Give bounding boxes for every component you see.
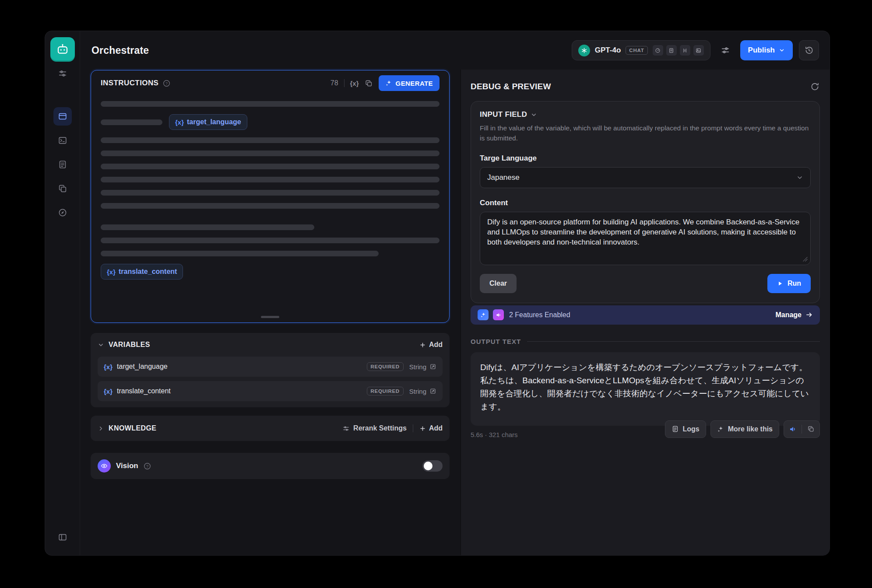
spacer [101,216,440,217]
prompt-editor[interactable]: {x} target_language [91,96,449,322]
content-textarea[interactable]: Dify is an open-source platform for buil… [480,212,811,265]
sidebar-item-annotations[interactable] [53,179,72,198]
speaker-icon [789,425,797,433]
divider [413,424,413,432]
features-bar[interactable]: 2 Features Enabled Manage [471,305,820,325]
document-list-icon [58,160,67,169]
variable-row-translate-content[interactable]: {x} translate_content REQUIRED String [98,381,443,401]
run-label: Run [788,280,801,287]
rerank-settings-button[interactable]: Rerank Settings [342,424,407,432]
variable-chip-label: translate_content [119,268,177,276]
instructions-panel[interactable]: INSTRUCTIONS ? 78 {x} [91,70,450,323]
history-button[interactable] [799,40,819,60]
add-label: Add [429,341,443,349]
variable-type: String [409,388,426,395]
add-label: Add [429,424,443,432]
variable-glyph: {x} [175,119,184,126]
variables-panel: VARIABLES Add {x} target_langu [91,333,450,407]
orchestrate-pane: INSTRUCTIONS ? 78 {x} [80,70,461,555]
resize-corner-icon[interactable] [803,257,808,262]
add-knowledge-button[interactable]: Add [419,424,443,432]
app-window: Orchestrate GPT-4o CHAT [45,31,830,556]
robot-icon [56,42,70,56]
skeleton-line [101,238,440,243]
vision-label: Vision [116,462,138,470]
instructions-title: INSTRUCTIONS [101,79,158,88]
model-feature-icons [653,45,704,56]
skeleton-line [101,164,440,169]
variable-row-target-language[interactable]: {x} target_language REQUIRED String [98,357,443,377]
sidebar-item-monitoring[interactable] [53,203,72,222]
more-like-this-button[interactable]: More like this [710,420,779,438]
variable-chip-label: target_language [187,118,241,126]
divider [344,79,345,87]
skeleton-line [101,190,440,196]
generate-button[interactable]: GENERATE [379,75,440,91]
chevron-down-icon [796,174,803,181]
manage-features-button[interactable]: Manage [775,311,813,319]
sidebar-item-settings[interactable] [53,64,72,83]
model-selector[interactable]: GPT-4o CHAT [572,40,710,60]
generate-label: GENERATE [396,80,433,87]
help-icon[interactable]: ? [163,80,170,87]
logs-button[interactable]: Logs [665,420,706,438]
variables-title: VARIABLES [109,341,150,349]
output-text-title: OUTPUT TEXT [471,338,521,345]
copy-output-button[interactable] [802,421,819,438]
target-language-value: Japanese [487,173,520,182]
svg-text:?: ? [146,464,148,468]
add-variable-button[interactable]: Add [419,341,443,349]
char-count: 78 [331,79,338,87]
sidebar-item-terminal[interactable] [53,131,72,150]
content-label: Content [480,199,811,207]
sidebar-item-orchestrate[interactable] [53,107,72,126]
edit-type-icon[interactable] [429,388,436,395]
variable-glyph: {x} [107,268,116,276]
skeleton-line [101,224,314,230]
debug-preview-pane: DEBUG & PREVIEW INPUT FIELD [461,70,830,555]
skeleton-line [101,119,162,125]
sidebar-item-logs[interactable] [53,155,72,174]
plus-icon [419,425,426,432]
insert-variable-button[interactable]: {x} [350,80,359,87]
model-parameters-button[interactable] [717,42,734,59]
debug-preview-title: DEBUG & PREVIEW [471,82,551,91]
play-icon [777,280,783,287]
variable-type: String [409,363,426,371]
chevron-down-icon[interactable] [98,342,104,348]
restart-debug-button[interactable] [810,82,820,91]
skeleton-line [101,177,440,182]
play-audio-button[interactable] [784,421,802,438]
target-language-select[interactable]: Japanese [480,167,811,188]
collapse-sidebar-button[interactable] [53,528,72,546]
output-text: Difyは、AIアプリケーションを構築するためのオープンソースプラットフォームで… [480,361,810,413]
run-button[interactable]: Run [767,274,811,293]
refresh-icon [810,82,820,91]
input-field-header[interactable]: INPUT FIELD [480,110,811,119]
terminal-icon [58,136,67,145]
resize-handle[interactable] [261,316,279,318]
chevron-right-icon[interactable] [98,425,104,432]
rerank-label: Rerank Settings [353,424,407,432]
model-name: GPT-4o [595,46,621,55]
app-header: Orchestrate GPT-4o CHAT [80,31,830,70]
knowledge-title: KNOWLEDGE [109,424,156,432]
output-stats: 5.6s · 321 chars [471,431,518,438]
divider [527,341,820,342]
compass-icon [58,208,67,217]
app-logo[interactable] [50,37,75,62]
sparkle-icon [717,426,724,433]
vision-toggle[interactable] [422,460,443,472]
edit-type-icon[interactable] [429,363,436,370]
variable-glyph: {x} [104,363,113,371]
clear-button[interactable]: Clear [480,274,517,293]
variable-chip-translate-content[interactable]: {x} translate_content [101,264,183,280]
help-icon[interactable]: ? [144,462,151,470]
publish-button[interactable]: Publish [740,40,793,60]
copy-prompt-button[interactable] [365,79,373,88]
required-badge: REQUIRED [367,362,404,371]
variable-chip-target-language[interactable]: {x} target_language [169,114,247,130]
document-icon [666,45,677,56]
output-panel: Difyは、AIアプリケーションを構築するためのオープンソースプラットフォームで… [471,352,820,426]
features-enabled-label: 2 Features Enabled [509,311,570,319]
